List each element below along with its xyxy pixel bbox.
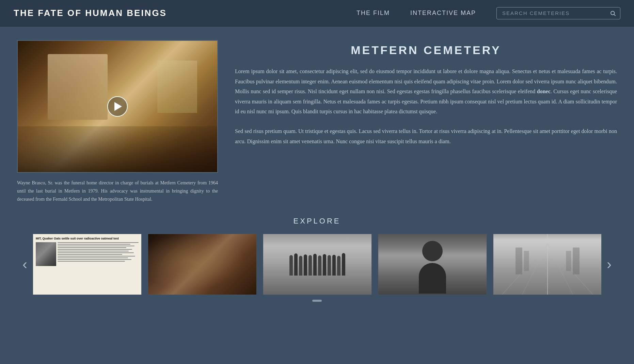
carousel-item-portrait[interactable] [378,234,487,295]
carousel-item-children[interactable] [263,234,372,295]
explore-title: EXPLORE [17,217,617,226]
right-column: METFERN CEMETERY Lorem ipsum dolor sit a… [235,40,617,203]
bold-donec: donec [537,88,551,94]
top-section: Wayne Brasco, Sr. was the funeral home d… [17,40,617,203]
svg-rect-6 [516,248,522,275]
cemetery-description-1: Lorem ipsum dolor sit amet, consectetur … [235,66,617,117]
search-button[interactable] [606,7,620,19]
svg-point-0 [611,11,615,15]
nav-map[interactable]: INTERACTIVE MAP [410,10,476,17]
carousel: ‹ MIT, Quaker Oats settle suit over radi… [17,234,617,295]
cemetery-description-2: Sed sed risus pretium quam. Ut tristique… [235,126,617,146]
newspaper-text [58,242,139,292]
carousel-next-button[interactable]: › [601,257,617,271]
search-input[interactable] [497,7,606,19]
newspaper-headline: MIT, Quaker Oats settle suit over radioa… [36,237,139,241]
cemetery-title: METFERN CEMETERY [235,44,617,57]
carousel-item-video[interactable] [148,234,257,295]
svg-rect-8 [524,251,529,271]
nav-film[interactable]: THE FILM [356,10,390,17]
play-button[interactable] [107,96,128,117]
carousel-items: MIT, Quaker Oats settle suit over radioa… [33,234,601,295]
carousel-prev-button[interactable]: ‹ [17,257,33,271]
chevron-right-icon: › [607,256,612,272]
search-bar [496,7,620,19]
chevron-left-icon: ‹ [22,256,27,272]
site-title: THE FATE OF HUMAN BEINGS [14,8,167,18]
newspaper-thumbnail: MIT, Quaker Oats settle suit over radioa… [33,234,141,295]
carousel-item-newspaper[interactable]: MIT, Quaker Oats settle suit over radioa… [33,234,142,295]
explore-section: EXPLORE ‹ MIT, Quaker Oats settle suit o… [17,217,617,302]
search-icon [610,10,616,16]
video-container[interactable] [17,40,218,173]
video-thumbnail-2 [148,234,256,295]
scroll-dot [312,300,322,302]
hall-thumbnail [493,234,601,295]
newspaper-image [36,242,56,266]
carousel-item-hall[interactable] [493,234,601,295]
portrait-thumbnail [378,234,487,295]
video-caption: Wayne Brasco, Sr. was the funeral home d… [17,179,218,203]
nav: THE FILM INTERACTIVE MAP [356,7,620,19]
play-icon [114,102,122,111]
svg-rect-7 [573,248,580,275]
main-content: Wayne Brasco, Sr. was the funeral home d… [0,27,634,315]
svg-rect-9 [566,251,571,271]
left-column: Wayne Brasco, Sr. was the funeral home d… [17,40,218,203]
newspaper-body [36,242,139,292]
header: THE FATE OF HUMAN BEINGS THE FILM INTERA… [0,0,634,27]
children-thumbnail [263,234,371,295]
scroll-indicator [17,300,617,302]
svg-line-1 [614,14,615,16]
